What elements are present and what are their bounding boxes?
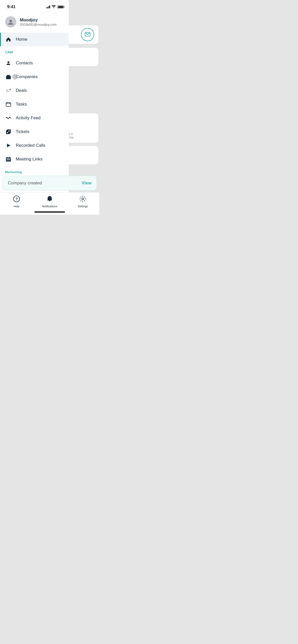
svg-rect-6 — [8, 77, 9, 79]
nav-item-deals[interactable]: Deals — [0, 84, 69, 97]
settings-icon — [79, 196, 86, 204]
section-marketing: Marketing — [0, 166, 69, 176]
bottom-notifications-label: Notifications — [42, 205, 57, 208]
svg-rect-15 — [7, 159, 8, 160]
nav-deals-label: Deals — [16, 88, 27, 93]
nav-recorded-calls-label: Recorded Calls — [16, 143, 45, 148]
help-icon: ? — [13, 196, 20, 204]
avatar-icon — [7, 19, 14, 25]
recorded-calls-icon — [5, 142, 12, 149]
profile-email: 5503b5f2@moodjoy.com — [20, 23, 57, 26]
tickets-icon — [5, 128, 12, 135]
bottom-item-notifications[interactable]: Notifications — [33, 196, 66, 208]
bottom-item-settings[interactable]: Settings — [66, 196, 99, 208]
deals-icon — [5, 87, 12, 94]
nav-companies-label: Companies — [16, 74, 38, 79]
companies-badge — [12, 74, 18, 80]
home-icon — [5, 36, 12, 43]
email-icon — [85, 32, 90, 38]
right-card-top — [65, 25, 98, 44]
svg-point-1 — [53, 8, 54, 8]
nav-item-companies[interactable]: Companies — [0, 70, 69, 84]
wifi-icon — [52, 5, 56, 9]
svg-point-21 — [82, 198, 84, 200]
contacts-icon — [5, 60, 12, 66]
right-card-mid3 — [65, 146, 98, 164]
signal-icon — [46, 5, 50, 8]
profile-section[interactable]: Moodjoy 5503b5f2@moodjoy.com — [0, 12, 69, 33]
svg-point-2 — [9, 20, 12, 22]
tasks-icon — [5, 101, 12, 108]
nav-item-tickets[interactable]: Tickets — [0, 125, 69, 139]
profile-info: Moodjoy 5503b5f2@moodjoy.com — [20, 18, 57, 26]
meeting-links-icon — [5, 156, 12, 163]
svg-point-8 — [7, 132, 8, 133]
activity-feed-icon — [5, 115, 12, 121]
battery-icon — [57, 5, 64, 8]
bottom-item-help[interactable]: ? Help — [0, 196, 33, 208]
nav-tasks-label: Tasks — [16, 102, 27, 107]
svg-marker-9 — [7, 144, 10, 148]
toast-message: Company created — [8, 181, 42, 186]
home-indicator — [34, 211, 65, 213]
status-bar: 9:41 — [0, 0, 69, 12]
bottom-settings-label: Settings — [78, 205, 88, 208]
svg-point-3 — [7, 61, 9, 63]
svg-rect-16 — [8, 159, 9, 160]
nav-item-tasks[interactable]: Tasks — [0, 97, 69, 111]
nav-item-contacts[interactable]: Contacts — [0, 56, 69, 70]
nav-item-meeting-links[interactable]: Meeting Links — [0, 152, 69, 166]
profile-name: Moodjoy — [20, 18, 57, 23]
section-crm: CRM — [0, 46, 69, 56]
nav-activity-feed-label: Activity Feed — [16, 115, 40, 121]
nav-tickets-label: Tickets — [16, 129, 29, 134]
nav-item-activity-feed[interactable]: Activity Feed — [0, 111, 69, 125]
toast-action-button[interactable]: View — [82, 181, 91, 186]
svg-rect-7 — [6, 103, 11, 107]
svg-rect-17 — [9, 159, 10, 160]
toast-notification[interactable]: Company created View — [3, 176, 97, 191]
nav-contacts-label: Contacts — [16, 61, 33, 66]
right-card-mid2: gs &CRM — [65, 113, 98, 143]
svg-text:?: ? — [15, 197, 18, 201]
bottom-help-label: Help — [14, 205, 20, 208]
svg-rect-5 — [7, 75, 10, 77]
nav-home-label: Home — [16, 37, 27, 42]
right-card-text: gs &CRM — [68, 132, 95, 140]
email-button[interactable] — [81, 28, 94, 41]
nav-item-home[interactable]: Home — [0, 33, 69, 46]
companies-icon — [5, 74, 12, 80]
nav-item-recorded-calls[interactable]: Recorded Calls — [0, 139, 69, 152]
notifications-icon — [46, 196, 53, 204]
status-icons — [46, 5, 64, 9]
nav-meeting-links-label: Meeting Links — [16, 157, 43, 162]
right-card-mid1 — [65, 48, 98, 66]
avatar — [5, 16, 16, 27]
status-time: 9:41 — [7, 4, 16, 9]
